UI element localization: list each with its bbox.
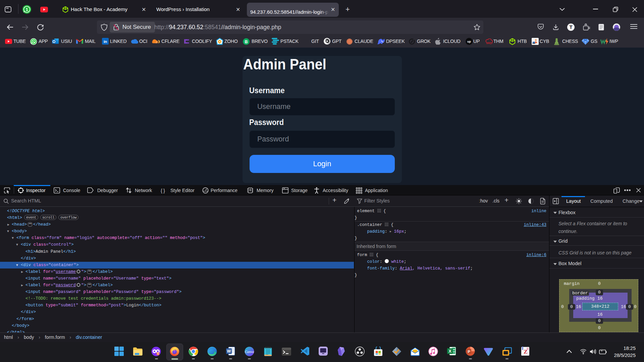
svg-text:B: B	[245, 40, 248, 44]
svg-text:P: P	[468, 350, 470, 354]
svg-text:in: in	[104, 40, 107, 44]
svg-text:Canva: Canva	[245, 350, 254, 354]
svg-text:W: W	[227, 349, 231, 354]
svg-text:X: X	[448, 349, 451, 354]
svg-text:1: 1	[25, 7, 28, 12]
svg-text:up: up	[467, 40, 471, 43]
